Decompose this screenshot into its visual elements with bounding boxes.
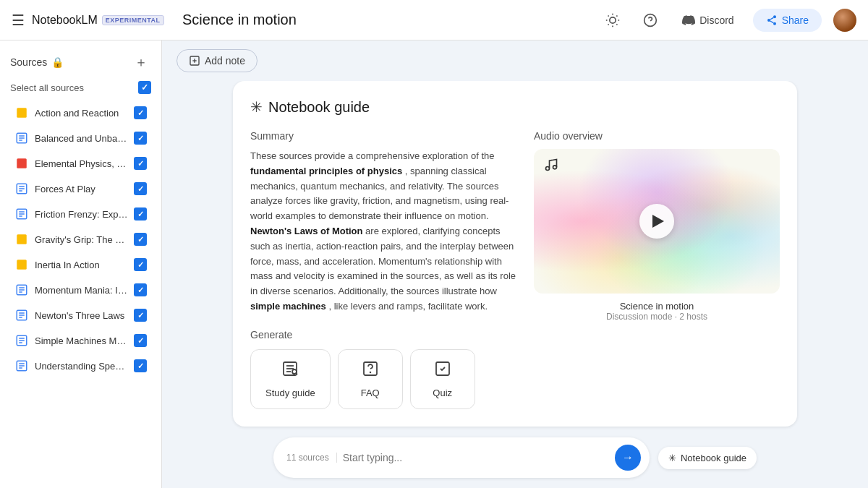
help-button[interactable] [637, 7, 663, 33]
quiz-button[interactable]: Quiz [410, 349, 475, 409]
source-name: Newton's Three Laws [35, 310, 128, 321]
avatar[interactable] [833, 9, 856, 32]
card-title: Notebook guide [268, 99, 370, 116]
main-layout: Sources 🔒 ＋ Select all sources Action an… [0, 40, 868, 488]
main-content: Add note ✳ Notebook guide Summary These … [162, 40, 868, 488]
source-icon-doc [14, 207, 29, 221]
source-icon-red [14, 156, 29, 171]
list-item[interactable]: Action and Reaction [4, 100, 157, 125]
share-button[interactable]: Share [753, 9, 822, 32]
list-item[interactable]: Balanced and Unbalance... [4, 126, 157, 150]
source-name: Friction Frenzy: Exploring ... [35, 209, 128, 220]
discord-label: Discord [699, 14, 733, 26]
svg-line-4 [616, 24, 617, 25]
source-icon-doc [14, 359, 29, 373]
menu-icon[interactable]: ☰ [12, 12, 25, 29]
theme-toggle-button[interactable] [600, 7, 626, 33]
discord-button[interactable]: Discord [675, 11, 741, 30]
source-name: Action and Reaction [35, 108, 128, 119]
summary-bold-3: simple machines [250, 301, 326, 312]
source-name: Inertia In Action [35, 260, 128, 270]
svg-line-3 [608, 15, 609, 16]
summary-bold-1: fundamental principles of physics [250, 166, 402, 176]
chat-input[interactable] [343, 452, 609, 463]
list-item[interactable]: Understanding Speed, Vel... [4, 354, 157, 378]
source-name: Simple Machines Make W... [35, 335, 128, 346]
audio-visual [534, 149, 780, 294]
faq-button[interactable]: FAQ [338, 349, 403, 409]
notebook-title: Science in motion [182, 12, 297, 27]
svg-line-56 [297, 373, 298, 374]
audio-info: Science in motion Discussion mode · 2 ho… [534, 294, 780, 325]
card-body: Summary These sources provide a comprehe… [250, 130, 780, 409]
notebook-guide-card: ✳ Notebook guide Summary These sources p… [233, 81, 797, 427]
top-header: ☰ NotebookLM EXPERIMENTAL Science in mot… [0, 0, 868, 40]
source-checkbox[interactable] [134, 182, 147, 195]
source-checkbox[interactable] [134, 283, 147, 296]
card-left: Summary These sources provide a comprehe… [250, 130, 516, 409]
list-item[interactable]: Momentum Mania: Investi... [4, 278, 157, 302]
list-item[interactable]: Simple Machines Make W... [4, 328, 157, 353]
source-checkbox[interactable] [134, 258, 147, 271]
card-header: ✳ Notebook guide [250, 98, 780, 116]
list-item[interactable]: Inertia In Action [4, 252, 157, 277]
content-area: ✳ Notebook guide Summary These sources p… [162, 81, 868, 430]
lock-icon: 🔒 [51, 56, 64, 68]
audio-subtitle: Discussion mode · 2 hosts [534, 312, 780, 322]
list-item[interactable]: Newton's Three Laws [4, 303, 157, 328]
study-guide-icon [281, 360, 299, 382]
source-checkbox[interactable] [134, 309, 147, 322]
svg-rect-16 [17, 108, 27, 118]
source-name: Forces At Play [35, 184, 128, 194]
list-item[interactable]: Forces At Play [4, 176, 157, 201]
add-source-button[interactable]: ＋ [131, 52, 151, 72]
sources-count: 11 sources [286, 453, 337, 463]
svg-line-8 [616, 15, 617, 16]
summary-text-1: These sources provide a comprehensive ex… [250, 150, 494, 161]
source-icon-doc [14, 333, 29, 348]
play-button[interactable] [639, 204, 674, 239]
source-checkbox[interactable] [134, 334, 147, 347]
study-guide-label: Study guide [265, 388, 315, 398]
source-icon-yellow [14, 232, 29, 247]
study-guide-button[interactable]: Study guide [250, 349, 331, 409]
source-icon-doc [14, 131, 29, 145]
source-name: Gravity's Grip: The Force ... [35, 234, 128, 245]
list-item[interactable]: Friction Frenzy: Exploring ... [4, 202, 157, 226]
add-note-button[interactable]: Add note [176, 49, 258, 72]
header-center: Science in motion [171, 12, 600, 28]
select-all-checkbox[interactable] [138, 81, 151, 94]
summary-text: These sources provide a comprehensive ex… [250, 149, 516, 314]
audio-label: Audio overview [534, 130, 780, 142]
svg-rect-21 [17, 158, 27, 168]
faq-label: FAQ [361, 388, 380, 398]
sidebar-header: Sources 🔒 ＋ [0, 40, 161, 78]
audio-title: Science in motion [534, 301, 780, 312]
source-icon-doc [14, 308, 29, 322]
notebook-guide-chip[interactable]: ✳ Notebook guide [658, 447, 757, 469]
notebook-guide-icon: ✳ [250, 98, 263, 116]
add-note-icon [189, 55, 200, 67]
summary-label: Summary [250, 130, 516, 142]
generate-label: Generate [250, 329, 516, 341]
header-left: ☰ NotebookLM EXPERIMENTAL [12, 12, 171, 29]
sidebar: Sources 🔒 ＋ Select all sources Action an… [0, 40, 162, 488]
source-checkbox[interactable] [134, 359, 147, 372]
send-button[interactable]: → [615, 445, 641, 471]
source-checkbox[interactable] [134, 233, 147, 246]
source-checkbox[interactable] [134, 132, 147, 145]
source-checkbox[interactable] [134, 106, 147, 119]
svg-point-60 [546, 167, 550, 171]
source-checkbox[interactable] [134, 207, 147, 221]
source-checkbox[interactable] [134, 157, 147, 170]
svg-point-61 [553, 166, 557, 169]
source-name: Elemental Physics, Third E... [35, 158, 128, 169]
list-item[interactable]: Gravity's Grip: The Force ... [4, 227, 157, 252]
svg-point-55 [292, 369, 297, 374]
add-note-label: Add note [205, 55, 245, 67]
list-item[interactable]: Elemental Physics, Third E... [4, 151, 157, 176]
chat-input-wrap: 11 sources → [273, 437, 650, 478]
content-toolbar: Add note [162, 40, 868, 81]
experimental-badge: EXPERIMENTAL [102, 15, 164, 25]
chip-asterisk-icon: ✳ [668, 453, 676, 463]
